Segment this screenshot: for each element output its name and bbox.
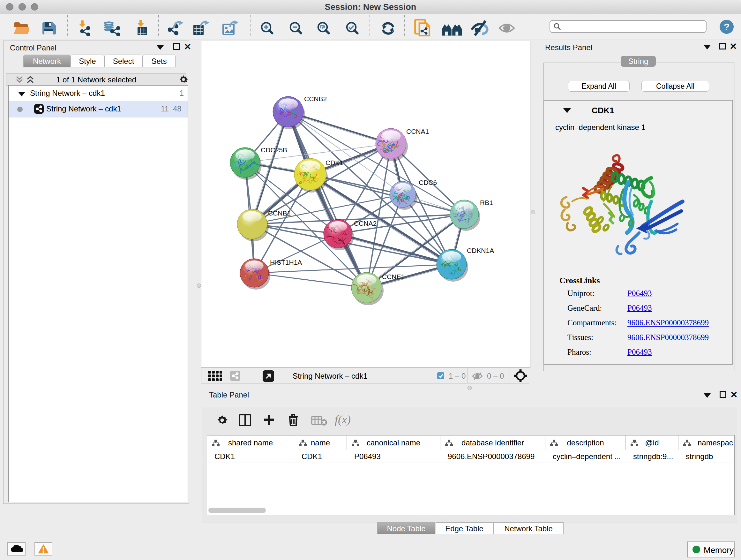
svg-text:HIST1H1A: HIST1H1A: [270, 259, 302, 266]
svg-text:CDC25B: CDC25B: [261, 146, 287, 153]
svg-text:CCNA2: CCNA2: [354, 220, 377, 227]
svg-text:CDK1: CDK1: [326, 159, 343, 166]
svg-text:CDC6: CDC6: [419, 179, 437, 186]
svg-text:CCNB2: CCNB2: [304, 95, 327, 103]
svg-text:RB1: RB1: [480, 199, 493, 206]
svg-text:CCNE1: CCNE1: [382, 273, 405, 280]
svg-text:CCNA1: CCNA1: [406, 128, 429, 135]
svg-text:CDKN1A: CDKN1A: [467, 247, 494, 254]
svg-text:CCNB1: CCNB1: [268, 209, 291, 217]
